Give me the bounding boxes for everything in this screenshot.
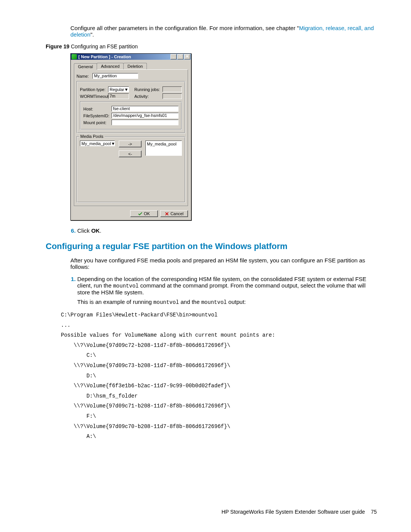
step-6: Click OK. (77, 227, 377, 234)
activity-label: Activity: (134, 94, 161, 99)
tab-general[interactable]: General (74, 63, 97, 70)
dialog-titlebar[interactable]: [ New Partition ] - Creation _ □ ✕ (71, 54, 191, 60)
chevron-down-icon: ▼ (111, 141, 115, 146)
running-jobs-label: Running jobs: (134, 87, 161, 92)
mount-point-label: Mount point: (83, 120, 110, 125)
activity-field (162, 93, 182, 99)
host-input[interactable]: fse-client (112, 106, 178, 112)
media-pool-select-value: My_media_pool (81, 141, 111, 146)
step1-p2-mid: and the (179, 299, 201, 305)
tab-deletion[interactable]: Deletion (123, 63, 147, 69)
host-label: Host: (83, 107, 110, 111)
figure-label: Figure 19 (46, 43, 69, 50)
minimize-button[interactable]: _ (170, 54, 177, 59)
partition-type-label: Partition type: (80, 87, 107, 92)
media-pool-list[interactable]: My_media_pool (145, 141, 182, 156)
cancel-button[interactable]: Cancel (160, 210, 188, 217)
figure-caption: Figure 19 Configuring an FSE partition (46, 43, 377, 50)
remove-pool-button[interactable]: <- (119, 150, 142, 157)
tab-panel-general: Name: My_partition Partition type: Regul… (74, 69, 188, 206)
ok-button-label: OK (144, 211, 150, 216)
intro-text-after: ". (91, 31, 94, 38)
step-1: Depending on the location of the corresp… (77, 276, 377, 305)
chevron-down-icon: ▼ (124, 87, 129, 92)
code-block: C:\Program Files\Hewlett-Packard\FSE\bin… (61, 310, 377, 442)
dialog-title: [ New Partition ] - Creation (78, 54, 131, 59)
name-input[interactable]: My_partition (92, 73, 138, 79)
footer-text: HP StorageWorks File System Extender Sof… (221, 509, 365, 515)
check-icon (138, 212, 142, 216)
cancel-button-label: Cancel (170, 211, 183, 216)
step1-p2-before: This is an example of running (77, 299, 153, 305)
mount-point-input[interactable] (112, 120, 178, 125)
add-pool-button[interactable]: -> (119, 141, 142, 147)
filesystemid-input[interactable]: /dev/mapper/vg_fse-hsmfs01 (112, 113, 178, 118)
maximize-button[interactable]: □ (177, 54, 183, 59)
section-heading: Configuring a regular FSE partition on t… (46, 241, 377, 251)
worm-timeout-label: WORMTimeout: (80, 94, 107, 99)
footer-page-number: 75 (371, 509, 377, 515)
tab-advanced[interactable]: Advanced (97, 63, 124, 69)
media-pools-group-title: Media Pools (79, 134, 105, 139)
media-pool-select[interactable]: My_media_pool ▼ (80, 141, 115, 146)
step6-prefix: Click (77, 227, 91, 234)
x-icon (165, 212, 169, 216)
partition-type-value: Regular (110, 87, 124, 92)
intro-text-before: Configure all other parameters in the co… (70, 25, 299, 31)
step6-suffix: . (100, 227, 101, 234)
page-footer: HP StorageWorks File System Extender Sof… (221, 509, 377, 515)
step1-p2-after: output: (227, 299, 246, 305)
dialog-icon (72, 54, 77, 59)
running-jobs-field (162, 86, 182, 92)
ok-button[interactable]: OK (130, 210, 158, 217)
intro-paragraph: Configure all other parameters in the co… (70, 25, 377, 38)
filesystemid-label: FileSystemID: (83, 113, 110, 118)
step1-code1: mountvol (113, 283, 139, 289)
media-pool-list-item: My_media_pool (147, 142, 180, 146)
step1-code3: mountvol (201, 299, 227, 305)
step1-code2: mountvol (153, 299, 179, 305)
worm-timeout-field: 7m (108, 93, 129, 99)
close-button[interactable]: ✕ (184, 54, 190, 59)
figure-caption-text: Configuring an FSE partition (69, 43, 138, 50)
partition-type-select[interactable]: Regular ▼ (108, 86, 129, 92)
step6-bold: OK (91, 227, 100, 234)
after-heading-paragraph: After you have configured FSE media pool… (70, 257, 377, 270)
new-partition-dialog: [ New Partition ] - Creation _ □ ✕ Gener… (70, 53, 191, 220)
name-label: Name: (76, 74, 91, 78)
